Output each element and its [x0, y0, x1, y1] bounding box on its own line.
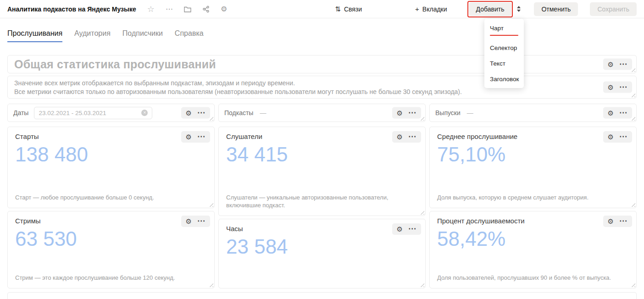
add-dropdown-menu: Чарт Селектор Текст Заголовок — [484, 19, 524, 88]
widget-controls: ⚙ ⋯ — [603, 82, 632, 93]
section-title: Общая статистика прослушиваний — [14, 58, 216, 71]
stat-value: 58,42% — [437, 228, 629, 249]
widget-gear-icon[interactable]: ⚙ — [608, 218, 614, 225]
widget-gear-icon[interactable]: ⚙ — [186, 218, 192, 225]
section-title-widget: Общая статистика прослушиваний ⚙ ⋯ — [7, 55, 637, 73]
menu-item-header[interactable]: Заголовок — [484, 71, 524, 87]
stat-card-listeners: Слушатели 34 415 Слушатели — уникальные … — [218, 127, 426, 216]
resize-handle[interactable] — [209, 282, 213, 287]
links-arrows-icon: ⇅ — [335, 5, 341, 13]
settings-gear-icon[interactable]: ⚙ — [221, 6, 227, 13]
add-dropdown-toggle[interactable] — [515, 2, 523, 16]
stat-card-hours: Часы 23 584 ⚙ ⋯ — [218, 219, 426, 288]
save-button[interactable]: Сохранить — [590, 2, 637, 16]
date-range-input[interactable]: 23.02.2021 - 25.03.2021 × — [34, 107, 152, 119]
description-line-1: Значение всех метрик отображается по выб… — [14, 78, 630, 87]
folder-icon[interactable] — [184, 6, 191, 12]
widget-gear-icon[interactable]: ⚙ — [608, 61, 614, 68]
stat-cards-grid: Старты 138 480 Старт — любое прослушиван… — [7, 127, 637, 288]
widget-more-icon[interactable]: ⋯ — [197, 111, 205, 115]
dashboard-title: Аналитика подкастов на Яндекс Музыке — [7, 6, 136, 13]
stat-caption: Старт — любое прослушивание больше 0 сек… — [15, 194, 207, 202]
widget-more-icon[interactable]: ⋯ — [619, 85, 627, 89]
stat-caption: Стрим — это каждое прослушивание больше … — [15, 274, 207, 282]
stat-value: 138 480 — [15, 144, 207, 165]
widget-more-icon[interactable]: ⋯ — [408, 134, 416, 139]
favorite-star-icon[interactable]: ☆ — [147, 5, 155, 13]
stat-title: Часы — [226, 225, 418, 233]
resize-handle[interactable] — [420, 210, 424, 215]
widget-gear-icon[interactable]: ⚙ — [608, 84, 614, 91]
tab-help[interactable]: Справка — [175, 29, 204, 42]
widget-gear-icon[interactable]: ⚙ — [397, 133, 403, 140]
stat-card-streams: Стримы 63 530 Стрим — это каждое прослуш… — [7, 211, 215, 288]
stat-title: Среднее прослушивание — [437, 133, 629, 140]
widget-more-icon[interactable]: ⋯ — [197, 219, 205, 223]
stat-card-starts: Старты 138 480 Старт — любое прослушиван… — [7, 127, 215, 208]
tabs-button[interactable]: + Вкладки — [415, 5, 447, 13]
selector-label: Выпуски — [435, 109, 461, 116]
widget-gear-icon[interactable]: ⚙ — [186, 133, 192, 140]
widget-more-icon[interactable]: ⋯ — [408, 111, 416, 115]
chevron-up-icon — [517, 6, 521, 8]
widget-gear-icon[interactable]: ⚙ — [608, 133, 614, 140]
stat-caption: Доля пользователей, прослушавших 90 и бо… — [437, 274, 629, 282]
widget-controls: ⚙ ⋯ — [603, 131, 632, 143]
tab-listens[interactable]: Прослушивания — [7, 29, 62, 42]
selector-value[interactable]: — — [467, 109, 473, 116]
widget-more-icon[interactable]: ⋯ — [619, 62, 627, 66]
widget-gear-icon[interactable]: ⚙ — [397, 226, 403, 233]
selector-episodes: Выпуски — ⚙ ⋯ — [429, 104, 637, 122]
stat-caption: Слушатели — уникальные авторизованные по… — [226, 194, 418, 210]
resize-handle[interactable] — [420, 282, 424, 287]
widget-more-icon[interactable]: ⋯ — [197, 134, 205, 139]
top-bar: Аналитика подкастов на Яндекс Музыке ☆ ⋯… — [0, 0, 644, 18]
stat-title: Стримы — [15, 217, 207, 225]
widget-more-icon[interactable]: ⋯ — [619, 111, 627, 115]
widget-more-icon[interactable]: ⋯ — [408, 227, 416, 231]
resize-handle[interactable] — [631, 202, 635, 207]
links-label: Связи — [344, 6, 362, 13]
widget-gear-icon[interactable]: ⚙ — [397, 110, 403, 116]
selector-value[interactable]: — — [260, 109, 266, 116]
cards-column: Среднее прослушивание 75,10% Доля выпуск… — [429, 127, 637, 288]
add-button[interactable]: Добавить — [469, 2, 512, 16]
widget-controls: ⚙ ⋯ — [181, 107, 210, 119]
widget-more-icon[interactable]: ⋯ — [619, 219, 627, 223]
stat-value: 63 530 — [15, 228, 207, 249]
menu-item-chart[interactable]: Чарт — [484, 20, 524, 40]
dashboard-tabs: Прослушивания Аудитория Подписчики Справ… — [0, 18, 644, 42]
more-options-icon[interactable]: ⋯ — [166, 6, 173, 13]
tab-audience[interactable]: Аудитория — [74, 29, 111, 42]
stat-title: Процент дослушиваемости — [437, 217, 629, 225]
widget-controls: ⚙ ⋯ — [392, 107, 421, 119]
stat-caption: Доля выпуска, которую в среднем слушает … — [437, 194, 629, 202]
widget-more-icon[interactable]: ⋯ — [619, 134, 627, 139]
stat-value: 23 584 — [226, 236, 418, 257]
menu-item-selector[interactable]: Селектор — [484, 40, 524, 55]
widget-controls: ⚙ ⋯ — [181, 131, 210, 143]
selector-dates: Даты 23.02.2021 - 25.03.2021 × ⚙ ⋯ — [7, 104, 215, 122]
tab-subscribers[interactable]: Подписчики — [122, 29, 163, 42]
selector-podcasts: Подкасты — ⚙ ⋯ — [218, 104, 426, 122]
selector-label: Подкасты — [224, 109, 253, 116]
cancel-button[interactable]: Отменить — [534, 2, 578, 16]
widget-controls: ⚙ ⋯ — [603, 216, 632, 227]
links-button[interactable]: ⇅ Связи — [335, 5, 362, 13]
cards-column: Слушатели 34 415 Слушатели — уникальные … — [218, 127, 426, 288]
stat-value: 75,10% — [437, 144, 629, 165]
resize-handle[interactable] — [631, 282, 635, 287]
share-icon[interactable] — [202, 6, 210, 13]
dashboard-canvas: Общая статистика прослушиваний ⚙ ⋯ Значе… — [0, 55, 644, 299]
resize-handle[interactable] — [209, 202, 213, 207]
menu-item-text[interactable]: Текст — [484, 55, 524, 71]
widget-controls: ⚙ ⋯ — [392, 131, 421, 143]
top-bar-left: Аналитика подкастов на Яндекс Музыке ☆ ⋯… — [7, 5, 227, 13]
cards-column: Старты 138 480 Старт — любое прослушиван… — [7, 127, 215, 288]
widget-gear-icon[interactable]: ⚙ — [608, 110, 614, 116]
date-range-value: 23.02.2021 - 25.03.2021 — [39, 110, 106, 116]
widget-gear-icon[interactable]: ⚙ — [186, 110, 192, 116]
resize-handle[interactable] — [631, 93, 635, 97]
clear-icon[interactable]: × — [141, 110, 148, 116]
add-button-highlight: Добавить — [467, 1, 513, 17]
